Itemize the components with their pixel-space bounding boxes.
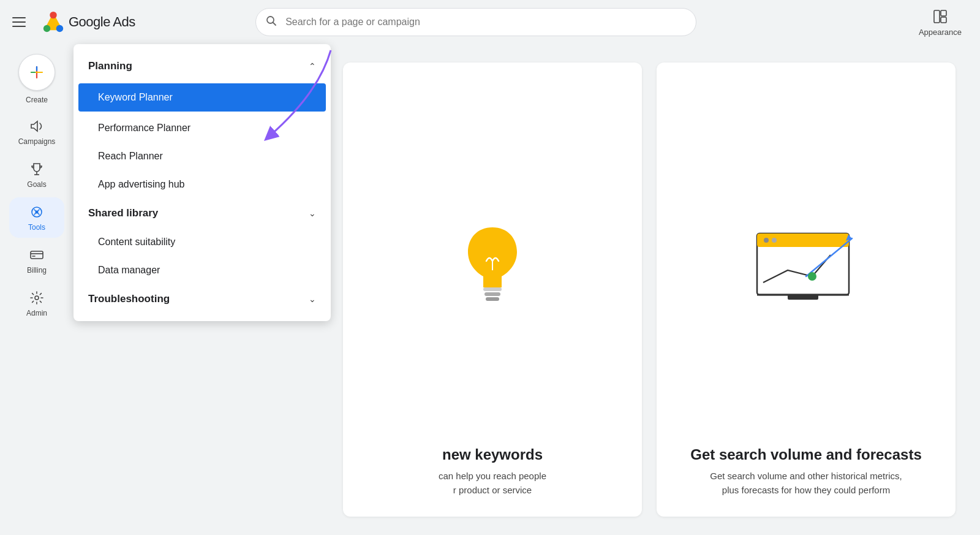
content-area: new keywords can help you reach people r…: [318, 44, 980, 535]
sidebar: Create Campaigns Goals: [0, 44, 74, 535]
shared-library-section-header[interactable]: Shared library ⌄: [74, 199, 331, 228]
menu-item-data-manager[interactable]: Data manager: [74, 256, 331, 284]
card-1-title: new keywords: [442, 446, 543, 463]
sidebar-item-admin[interactable]: Admin: [9, 283, 64, 324]
topbar: Google Ads Appearance: [0, 0, 980, 44]
shared-library-chevron-down-icon: ⌄: [309, 208, 316, 218]
svg-point-28: [772, 238, 777, 243]
chart-illustration: [751, 82, 861, 446]
logo-text: Google Ads: [69, 14, 135, 30]
svg-line-5: [273, 23, 276, 26]
svg-point-27: [764, 238, 769, 243]
plus-icon: [29, 64, 45, 80]
menu-item-app-advertising-hub[interactable]: App advertising hub: [74, 170, 331, 199]
svg-rect-7: [941, 10, 946, 16]
tools-label: Tools: [28, 223, 45, 232]
shared-library-title: Shared library: [88, 207, 158, 219]
dropdown-menu: Planning ⌃ Keyword Planner Performance P…: [74, 44, 331, 321]
trophy-icon: [28, 161, 45, 178]
google-ads-logo: Google Ads: [42, 10, 135, 34]
planning-section-header[interactable]: Planning ⌃: [74, 51, 331, 81]
svg-rect-33: [788, 295, 818, 300]
card-2-title: Get search volume and forecasts: [690, 446, 921, 463]
campaigns-label: Campaigns: [18, 137, 56, 146]
svg-rect-23: [484, 292, 500, 296]
lightbulb-illustration: [459, 82, 526, 446]
svg-point-2: [56, 25, 63, 32]
card-2-desc: Get search volume and other historical m…: [710, 469, 902, 497]
billing-label: Billing: [27, 266, 47, 275]
appearance-icon: [932, 8, 949, 25]
troubleshooting-title: Troubleshooting: [88, 293, 170, 305]
logo-area: Google Ads: [42, 10, 135, 34]
sidebar-item-tools[interactable]: Tools: [9, 197, 64, 238]
svg-rect-26: [757, 233, 849, 247]
appearance-label: Appearance: [919, 28, 962, 37]
svg-point-20: [35, 296, 39, 300]
goals-label: Goals: [27, 180, 46, 189]
hamburger-menu[interactable]: [12, 11, 34, 33]
svg-rect-8: [941, 17, 946, 23]
search-input[interactable]: [255, 8, 696, 36]
sidebar-item-campaigns[interactable]: Campaigns: [9, 112, 64, 152]
menu-item-keyword-planner[interactable]: Keyword Planner: [78, 83, 326, 112]
gear-icon: [28, 289, 45, 306]
wrench-icon: [28, 203, 45, 221]
svg-point-3: [50, 12, 56, 18]
svg-rect-22: [483, 287, 502, 291]
planning-title: Planning: [88, 60, 132, 72]
create-button[interactable]: [18, 54, 55, 91]
main-layout: Create Campaigns Goals: [0, 44, 980, 535]
menu-item-reach-planner[interactable]: Reach Planner: [74, 142, 331, 170]
troubleshooting-chevron-down-icon: ⌄: [309, 294, 316, 304]
planning-chevron-up-icon: ⌃: [309, 61, 316, 71]
sidebar-item-billing[interactable]: Billing: [9, 240, 64, 281]
search-bar[interactable]: [255, 8, 696, 36]
sidebar-item-create[interactable]: Create: [18, 54, 55, 104]
card-discover-keywords[interactable]: new keywords can help you reach people r…: [343, 63, 642, 517]
google-ads-logo-icon: [42, 10, 65, 34]
create-label: Create: [26, 96, 48, 104]
lightbulb-icon: [459, 221, 526, 307]
menu-item-performance-planner[interactable]: Performance Planner: [74, 114, 331, 142]
svg-rect-24: [486, 297, 499, 301]
svg-point-1: [43, 25, 50, 32]
sidebar-item-goals[interactable]: Goals: [9, 154, 64, 195]
appearance-button[interactable]: Appearance: [913, 4, 968, 40]
chart-icon: [751, 221, 861, 307]
search-icon: [265, 15, 277, 29]
svg-rect-17: [31, 251, 43, 259]
svg-point-16: [36, 211, 39, 214]
admin-label: Admin: [26, 309, 47, 317]
megaphone-icon: [28, 118, 45, 135]
card-1-desc: can help you reach people r product or s…: [439, 469, 546, 497]
menu-item-content-suitability[interactable]: Content suitability: [74, 228, 331, 256]
card-icon: [28, 246, 45, 264]
troubleshooting-section-header[interactable]: Troubleshooting ⌄: [74, 284, 331, 314]
svg-rect-6: [934, 10, 940, 23]
card-search-volume[interactable]: Get search volume and forecasts Get sear…: [657, 63, 956, 517]
svg-point-31: [808, 272, 816, 281]
